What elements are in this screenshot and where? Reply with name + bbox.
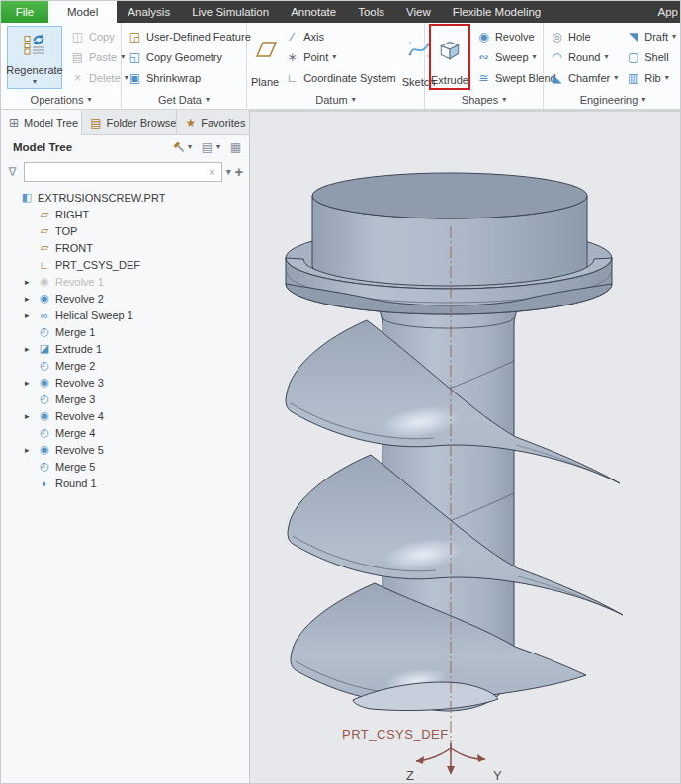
creo-window: File Model Analysis Live Simulation Anno… xyxy=(0,0,681,784)
show-hide-button[interactable]: ▦ xyxy=(228,141,243,153)
expand-arrow-icon[interactable]: ▸ xyxy=(25,411,37,421)
swept-blend-icon: ≅ xyxy=(476,72,491,84)
model-tree-tab-icon: ⊞ xyxy=(9,117,19,129)
tree-item-label: Merge 5 xyxy=(55,461,95,473)
tree-item-icon xyxy=(37,309,52,321)
tab-model-tree[interactable]: ⊞ Model Tree xyxy=(1,110,82,135)
tree-item[interactable]: ▸FRONT xyxy=(1,239,249,256)
graphics-viewport[interactable]: PRT_CSYS_DEF Z Y X xyxy=(250,110,680,784)
tree-item[interactable]: ▸Extrude 1 xyxy=(1,340,249,357)
tree-display-button[interactable]: ▤ ▾ xyxy=(200,141,220,153)
tree-item[interactable]: ▸EXTRUSIONSCREW.PRT xyxy=(1,189,249,206)
tab-analysis[interactable]: Analysis xyxy=(117,1,181,23)
plane-button[interactable]: Plane xyxy=(251,25,279,90)
datum-group-label[interactable]: Datum▾ xyxy=(247,90,424,109)
regenerate-label: Regenerate xyxy=(6,64,63,76)
point-button[interactable]: ∗ Point ▾ xyxy=(283,48,398,66)
search-options-caret-icon[interactable]: ▾ xyxy=(226,167,231,177)
delete-label: Delete xyxy=(89,72,121,84)
datum-label: Datum xyxy=(315,94,347,106)
tree-item-icon xyxy=(37,325,52,338)
tree-item[interactable]: ▸Merge 3 xyxy=(1,391,249,407)
tab-model[interactable]: Model xyxy=(48,1,117,23)
tree-search-input[interactable] xyxy=(29,166,207,178)
expand-arrow-icon[interactable]: ▸ xyxy=(25,445,37,455)
tree-item[interactable]: ▸Revolve 4 xyxy=(1,407,249,424)
tree-tools-button[interactable]: ▾ xyxy=(173,141,192,154)
delete-icon: × xyxy=(70,72,85,84)
expand-arrow-icon[interactable]: ▸ xyxy=(25,294,37,304)
round-button[interactable]: ◠ Round ▾ xyxy=(548,48,620,66)
operations-group-label[interactable]: Operations▾ xyxy=(1,90,121,109)
tab-folder-browser[interactable]: ▤ Folder Browse xyxy=(82,110,177,134)
tree-item-label: Merge 4 xyxy=(55,427,95,439)
axis-icon: ∕ xyxy=(285,31,299,43)
extrude-button[interactable]: Extrude xyxy=(429,24,470,90)
tree-item-icon xyxy=(37,426,52,439)
tree-item[interactable]: ▸Merge 1 xyxy=(1,323,249,340)
engineering-label: Engineering xyxy=(580,94,638,106)
expand-arrow-icon[interactable]: ▸ xyxy=(25,310,37,320)
tree-item[interactable]: ▸Revolve 2 xyxy=(1,290,249,306)
round-icon: ◠ xyxy=(550,51,564,63)
engineering-group-label[interactable]: Engineering▾ xyxy=(544,90,681,109)
round-caret-icon: ▾ xyxy=(604,53,608,61)
tab-flexible-modeling[interactable]: Flexible Modeling xyxy=(442,1,553,23)
tree-filter-row: ∇ × ▾ + xyxy=(1,159,249,185)
tree-item-label: Revolve 1 xyxy=(55,276,104,288)
tree-item-icon xyxy=(37,275,52,288)
rib-icon: ▥ xyxy=(626,72,640,84)
tree-item[interactable]: ▸Helical Sweep 1 xyxy=(1,306,249,323)
shrinkwrap-button[interactable]: ▣ Shrinkwrap xyxy=(126,69,253,87)
copy-geometry-label: Copy Geometry xyxy=(146,51,222,63)
shapes-group-label[interactable]: Shapes▾ xyxy=(425,90,543,109)
tab-applications[interactable]: App xyxy=(647,1,680,23)
coordinate-system-button[interactable]: ∟ Coordinate System xyxy=(283,69,398,87)
tab-tools[interactable]: Tools xyxy=(347,1,395,23)
tree-item-icon xyxy=(37,342,52,355)
copy-geometry-icon: ◱ xyxy=(128,51,142,63)
tab-file[interactable]: File xyxy=(1,1,48,23)
tab-view[interactable]: View xyxy=(395,1,442,23)
get-data-label: Get Data xyxy=(158,94,202,106)
axis-button[interactable]: ∕ Axis xyxy=(283,28,398,45)
hammer-icon xyxy=(173,141,186,154)
tree-item[interactable]: ▸Merge 4 xyxy=(1,424,249,441)
tab-annotate[interactable]: Annotate xyxy=(280,1,347,23)
favorites-tab-label: Favorites xyxy=(201,117,245,129)
tree-item[interactable]: ▸Revolve 5 xyxy=(1,441,249,458)
hole-button[interactable]: ◎ Hole xyxy=(548,28,620,45)
add-filter-icon[interactable]: + xyxy=(235,164,243,180)
tree-item[interactable]: ▸PRT_CSYS_DEF xyxy=(1,256,249,273)
get-data-group-label[interactable]: Get Data▾ xyxy=(122,90,246,109)
z-arrowhead-icon xyxy=(416,756,424,764)
rib-button[interactable]: ▥ Rib ▾ xyxy=(624,69,678,87)
tree-item-icon xyxy=(37,292,52,305)
shell-icon: ▢ xyxy=(626,51,640,63)
user-defined-feature-button[interactable]: ◲ User-Defined Feature xyxy=(126,28,253,45)
chamfer-button[interactable]: ◣ Chamfer ▾ xyxy=(548,69,620,87)
expand-arrow-icon[interactable]: ▸ xyxy=(25,344,37,354)
expand-arrow-icon[interactable]: ▸ xyxy=(25,378,37,388)
csys-triad[interactable]: PRT_CSYS_DEF Z Y X xyxy=(342,727,502,784)
clear-search-icon[interactable]: × xyxy=(207,166,216,178)
tree-item[interactable]: ▸Round 1 xyxy=(1,475,249,487)
tab-live-simulation[interactable]: Live Simulation xyxy=(181,1,280,23)
operations-label: Operations xyxy=(31,94,84,106)
tree-item[interactable]: ▸Merge 5 xyxy=(1,458,249,475)
draft-button[interactable]: ◥ Draft ▾ xyxy=(624,28,678,45)
shell-button[interactable]: ▢ Shell xyxy=(624,48,678,66)
model-tree-header: Model Tree ▾ ▤ ▾ ▦ xyxy=(1,135,249,159)
regenerate-button[interactable]: Regenerate ▾ xyxy=(7,26,62,89)
expand-arrow-icon[interactable]: ▸ xyxy=(25,277,37,287)
tree-item[interactable]: ▸Merge 2 xyxy=(1,357,249,374)
3d-model-canvas[interactable]: PRT_CSYS_DEF Z Y X xyxy=(250,110,681,784)
tree-item[interactable]: ▸Revolve 1 xyxy=(1,273,249,290)
tree-item[interactable]: ▸Revolve 3 xyxy=(1,374,249,391)
copy-geometry-button[interactable]: ◱ Copy Geometry xyxy=(126,48,253,66)
tree-item[interactable]: ▸TOP xyxy=(1,222,249,239)
tree-item-label: Revolve 3 xyxy=(55,377,104,389)
tab-favorites[interactable]: ★ Favorites xyxy=(177,110,249,134)
shrinkwrap-label: Shrinkwrap xyxy=(146,72,201,84)
tree-item[interactable]: ▸RIGHT xyxy=(1,206,249,222)
